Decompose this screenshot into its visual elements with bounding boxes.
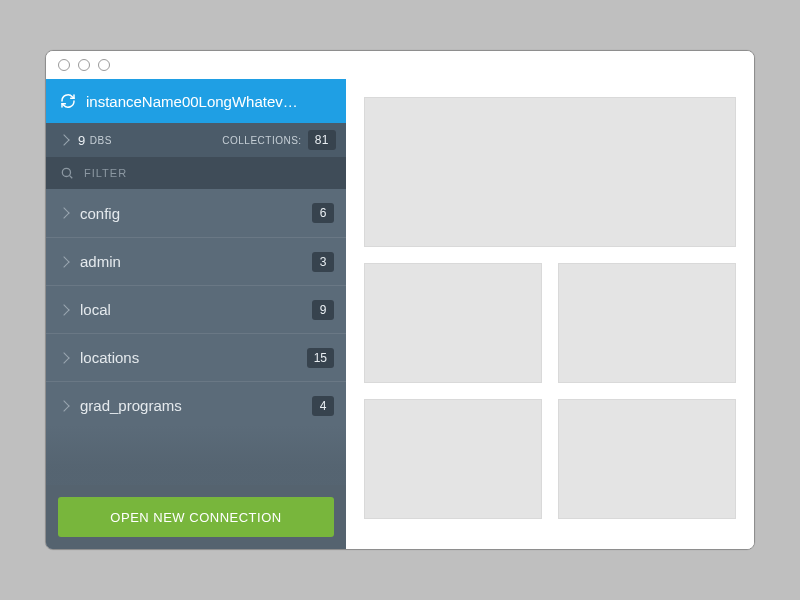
window-body: instanceName00LongWhatev… 9 DBS COLLECTI… — [46, 79, 754, 549]
db-item-local[interactable]: local 9 — [46, 285, 346, 333]
db-count: 9 — [78, 133, 86, 148]
window-minimize-button[interactable] — [78, 59, 90, 71]
collections-label: COLLECTIONS: — [222, 135, 301, 146]
db-name: locations — [80, 349, 295, 366]
database-list: config 6 admin 3 local 9 locations 15 — [46, 189, 346, 485]
content-placeholder — [364, 97, 736, 247]
main-content — [346, 79, 754, 549]
chevron-right-icon — [58, 134, 69, 145]
db-count-badge: 3 — [312, 252, 334, 272]
content-placeholder — [364, 399, 542, 519]
collections-count-badge: 81 — [308, 130, 336, 150]
app-window: instanceName00LongWhatev… 9 DBS COLLECTI… — [45, 50, 755, 550]
db-name: config — [80, 205, 300, 222]
svg-line-1 — [70, 176, 73, 179]
db-item-config[interactable]: config 6 — [46, 189, 346, 237]
db-item-admin[interactable]: admin 3 — [46, 237, 346, 285]
filter-row — [46, 157, 346, 189]
db-item-grad-programs[interactable]: grad_programs 4 — [46, 381, 346, 429]
window-zoom-button[interactable] — [98, 59, 110, 71]
refresh-icon — [60, 93, 76, 109]
db-count-badge: 15 — [307, 348, 334, 368]
search-icon — [60, 166, 74, 180]
filter-input[interactable] — [84, 167, 332, 179]
chevron-right-icon — [58, 207, 69, 218]
db-count-badge: 6 — [312, 203, 334, 223]
db-count-badge: 4 — [312, 396, 334, 416]
chevron-right-icon — [58, 304, 69, 315]
sidebar: instanceName00LongWhatev… 9 DBS COLLECTI… — [46, 79, 346, 549]
db-name: local — [80, 301, 300, 318]
window-titlebar — [46, 51, 754, 79]
content-placeholder — [558, 263, 736, 383]
chevron-right-icon — [58, 352, 69, 363]
instance-name: instanceName00LongWhatev… — [86, 93, 298, 110]
open-new-connection-button[interactable]: OPEN NEW CONNECTION — [58, 497, 334, 537]
db-name: grad_programs — [80, 397, 300, 414]
db-name: admin — [80, 253, 300, 270]
content-placeholder — [558, 399, 736, 519]
content-placeholder — [364, 263, 542, 383]
db-item-locations[interactable]: locations 15 — [46, 333, 346, 381]
list-fade-overlay — [46, 425, 346, 485]
stats-row[interactable]: 9 DBS COLLECTIONS: 81 — [46, 123, 346, 157]
sidebar-footer: OPEN NEW CONNECTION — [46, 485, 346, 549]
svg-point-0 — [62, 168, 70, 176]
window-close-button[interactable] — [58, 59, 70, 71]
chevron-right-icon — [58, 400, 69, 411]
db-count-badge: 9 — [312, 300, 334, 320]
chevron-right-icon — [58, 256, 69, 267]
dbs-label: DBS — [90, 135, 112, 146]
instance-header[interactable]: instanceName00LongWhatev… — [46, 79, 346, 123]
